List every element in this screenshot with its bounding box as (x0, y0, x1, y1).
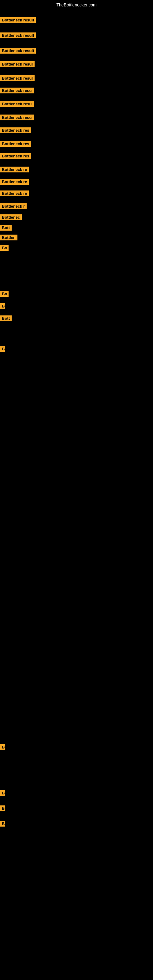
bottleneck-result-label: Bottleneck resu (0, 115, 33, 120)
bottleneck-result-label: B (0, 346, 5, 352)
bottleneck-result-label: Bottleneck result (0, 48, 36, 54)
bottleneck-result-label: Bottleneck resu (0, 101, 33, 107)
bottleneck-result-label: Bottleneck re (0, 167, 29, 172)
bottleneck-result-label: Bo (0, 291, 9, 297)
bottleneck-result-label: B (0, 744, 5, 750)
bottleneck-result-label: Bottleneck re (0, 179, 29, 185)
bottleneck-result-label: Bottleneck result (0, 17, 36, 23)
bottleneck-result-label: Bottlen (0, 235, 18, 240)
bottleneck-result-label: B (0, 805, 5, 811)
bottleneck-result-label: Bottleneck resul (0, 75, 35, 81)
bottleneck-result-label: Bottleneck result (0, 32, 36, 38)
site-title: TheBottlenecker.com (0, 0, 153, 10)
bottleneck-result-label: Bott (0, 315, 12, 321)
bottleneck-result-label: Bottlenec (0, 215, 22, 220)
bottleneck-result-label: Bottleneck re (0, 191, 29, 196)
bottleneck-result-label: Bottleneck res (0, 141, 31, 147)
bottleneck-result-label: Bo (0, 245, 9, 251)
bottleneck-result-label: Bottleneck res (0, 153, 31, 159)
bottleneck-result-label: Bottleneck res (0, 127, 31, 133)
bottleneck-result-label: Bott (0, 225, 12, 231)
bottleneck-result-label: B (0, 303, 5, 309)
bottleneck-result-label: B (0, 821, 5, 827)
bottleneck-result-label: Bottleneck r (0, 204, 27, 209)
bottleneck-result-label: Bottleneck resul (0, 61, 35, 67)
bottleneck-result-label: Bottleneck resu (0, 88, 33, 94)
bottleneck-result-label: B (0, 790, 5, 796)
